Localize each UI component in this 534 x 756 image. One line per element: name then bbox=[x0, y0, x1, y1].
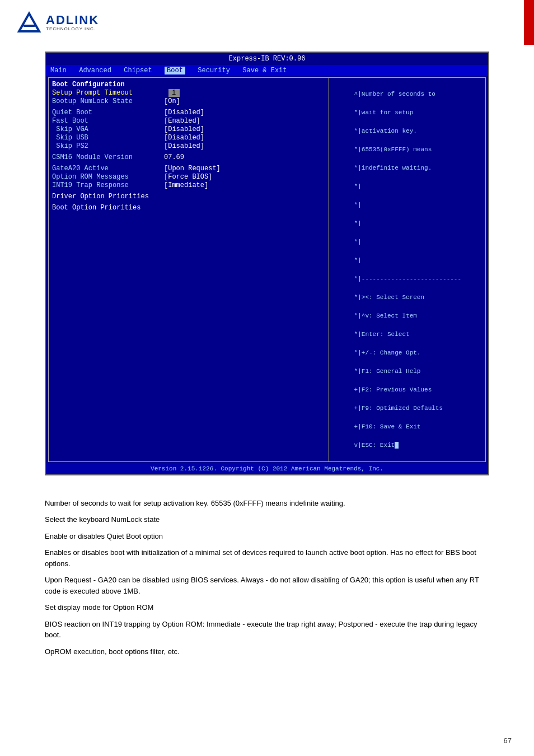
desc-option-rom: Set display mode for Option ROM bbox=[45, 602, 489, 613]
desc-fast-boot: Enables or disables boot with initializa… bbox=[45, 547, 489, 569]
desc-setup-prompt: Number of seconds to wait for setup acti… bbox=[45, 498, 489, 509]
bios-nav[interactable]: Main Advanced Chipset Boot Security Save… bbox=[46, 65, 488, 76]
corner-accent bbox=[524, 0, 534, 45]
desc-int19: BIOS reaction on INT19 trapping by Optio… bbox=[45, 619, 489, 641]
row-skip-vga[interactable]: Skip VGA [Disabled] bbox=[52, 125, 325, 133]
right-f1: *|F1: General Help bbox=[354, 368, 421, 375]
row-boot-config: Boot Configuration bbox=[52, 81, 325, 88]
nav-security[interactable]: Security bbox=[198, 67, 230, 74]
logo: ADLINK TECHNOLOGY INC. bbox=[17, 10, 99, 35]
desc-gatea20: Upon Request - GA20 can be disabled usin… bbox=[45, 575, 489, 596]
desc-driver-opts: OpROM execution, boot options filter, et… bbox=[45, 646, 489, 657]
row-quiet-boot[interactable]: Quiet Boot [Disabled] bbox=[52, 109, 325, 116]
bios-title: Express-IB REV:0.96 bbox=[46, 53, 488, 65]
nav-main[interactable]: Main bbox=[50, 67, 67, 74]
right-line-2: *|wait for setup bbox=[354, 109, 414, 116]
right-line-1: ^|Number of seconds to bbox=[354, 91, 435, 97]
right-select-screen: *|><: Select Screen bbox=[354, 294, 424, 301]
right-separator: *|--------------------------- bbox=[354, 276, 461, 282]
right-line-3: *|activation key. bbox=[354, 128, 417, 134]
adlink-logo-icon bbox=[17, 10, 41, 35]
row-csm16: CSM16 Module Version 07.69 bbox=[52, 153, 325, 161]
row-driver-opts[interactable]: Driver Option Priorities bbox=[52, 193, 325, 200]
right-line-5: *|indefinite waiting. bbox=[354, 165, 432, 171]
svg-marker-0 bbox=[19, 13, 39, 31]
page-number: 67 bbox=[504, 736, 512, 745]
right-change-opt: *|+/-: Change Opt. bbox=[354, 349, 421, 356]
bios-terminal: Express-IB REV:0.96 Main Advanced Chipse… bbox=[45, 52, 489, 475]
right-line-4: *|65535(0xFFFF) means bbox=[354, 146, 432, 153]
nav-advanced[interactable]: Advanced bbox=[79, 67, 111, 74]
nav-save-exit[interactable]: Save & Exit bbox=[242, 67, 287, 74]
right-select-item: *|^v: Select Item bbox=[354, 312, 417, 319]
logo-adlink: ADLINK bbox=[46, 14, 99, 26]
row-skip-ps2[interactable]: Skip PS2 [Disabled] bbox=[52, 142, 325, 150]
nav-chipset[interactable]: Chipset bbox=[124, 67, 152, 74]
desc-quiet-boot: Enable or disables Quiet Boot option bbox=[45, 531, 489, 542]
row-boot-opts[interactable]: Boot Option Priorities bbox=[52, 204, 325, 212]
row-gatea20[interactable]: GateA20 Active [Upon Request] bbox=[52, 165, 325, 172]
row-option-rom-msgs[interactable]: Option ROM Messages [Force BIOS] bbox=[52, 173, 325, 181]
right-esc: v|ESC: Exit bbox=[354, 442, 399, 449]
logo-text: ADLINK TECHNOLOGY INC. bbox=[46, 14, 99, 31]
row-skip-usb[interactable]: Skip USB [Disabled] bbox=[52, 134, 325, 142]
right-line-8: *| bbox=[354, 220, 362, 227]
right-line-10: *| bbox=[354, 257, 362, 264]
row-fast-boot[interactable]: Fast Boot [Enabled] bbox=[52, 117, 325, 125]
right-enter: *|Enter: Select bbox=[354, 331, 410, 338]
nav-boot[interactable]: Boot bbox=[165, 67, 185, 74]
right-f10: +|F10: Save & Exit bbox=[354, 423, 421, 430]
row-numlock[interactable]: Bootup NumLock State [On] bbox=[52, 97, 325, 105]
right-f9: +|F9: Optimized Defaults bbox=[354, 405, 443, 412]
desc-numlock: Select the keyboard NumLock state bbox=[45, 514, 489, 525]
content-area: Number of seconds to wait for setup acti… bbox=[0, 487, 534, 669]
row-int19[interactable]: INT19 Trap Response [Immediate] bbox=[52, 181, 325, 189]
right-line-7: *| bbox=[354, 202, 362, 208]
right-line-9: *| bbox=[354, 239, 362, 245]
right-line-6: *| bbox=[354, 183, 362, 190]
right-f2: +|F2: Previous Values bbox=[354, 386, 432, 393]
bios-footer: Version 2.15.1226. Copyright (C) 2012 Am… bbox=[46, 463, 488, 474]
row-setup-prompt[interactable]: Setup Prompt Timeout 1 bbox=[52, 89, 325, 97]
logo-subtitle: TECHNOLOGY INC. bbox=[46, 26, 99, 31]
header: ADLINK TECHNOLOGY INC. bbox=[0, 0, 534, 40]
